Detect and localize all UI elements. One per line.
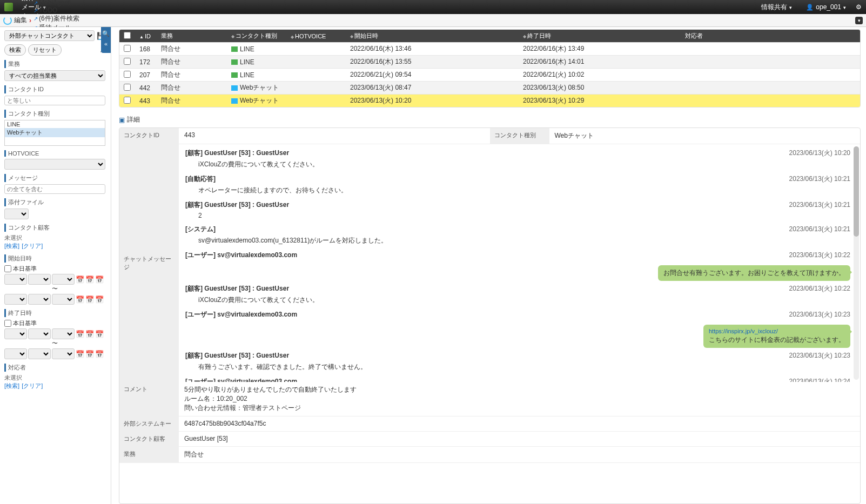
hotvoice-select[interactable]	[4, 159, 105, 170]
section-hotvoice: HOTVOICE	[4, 150, 105, 157]
detail-header: ▣ 詳細	[119, 115, 861, 124]
type-icon	[231, 72, 238, 78]
end-m2[interactable]	[28, 348, 51, 359]
section-start: 開始日時	[4, 254, 105, 263]
breadcrumb-item[interactable]: ↗ (6件)案件検索	[33, 14, 79, 23]
message-input[interactable]	[4, 184, 105, 194]
calendar-icon[interactable]: 📅	[76, 295, 84, 304]
filter-sidebar: 🔍« 外部チャットコンタクト 💾 検索 リセット ↗ 業務 すべての担当業務 コ…	[0, 27, 111, 504]
select-all-check[interactable]	[124, 32, 131, 39]
chat-message: [ユーザー] sv@virtualexdemo03.com2023/06/13(…	[179, 308, 860, 322]
calendar-icon[interactable]: 📅	[95, 295, 104, 304]
calendar-icon[interactable]: 📅	[85, 275, 94, 284]
breadcrumb-edit[interactable]: 編集	[14, 16, 27, 25]
type-icon	[231, 46, 238, 52]
section-contact-cust: コンタクト顧客	[4, 224, 105, 232]
scrollbar-thumb[interactable]	[854, 146, 859, 237]
start-m1[interactable]	[28, 274, 51, 285]
table-row[interactable]: 172問合せLINE2022/06/16(木) 13:552022/06/16(…	[119, 56, 860, 69]
breadcrumb-item[interactable]: ↗ TODO	[33, 6, 79, 14]
section-end: 終了日時	[4, 309, 105, 317]
calendar-icon[interactable]: 📅	[95, 330, 104, 338]
search-icon: 🔍	[102, 30, 110, 37]
chat-message: [顧客] GuestUser [53] : GuestUser2023/06/1…	[179, 282, 860, 308]
logo-icon	[4, 3, 13, 11]
type-icon	[231, 98, 238, 104]
popout-icon: ↗	[33, 16, 38, 22]
chat-bubble: お問合せ有難うございます。お困りごとを教えて頂けますか。	[179, 263, 860, 282]
start-today-check[interactable]	[4, 265, 11, 272]
search-button[interactable]: 検索	[4, 44, 26, 56]
cust-clear-link[interactable]: [クリア]	[22, 243, 43, 249]
calendar-icon[interactable]: 📅	[95, 275, 104, 284]
user-menu[interactable]: ope_001	[802, 3, 850, 11]
contact-id-input[interactable]	[4, 96, 105, 105]
collapse-icon: «	[104, 41, 108, 47]
start-d1[interactable]	[52, 274, 75, 285]
reset-button[interactable]: リセット	[28, 44, 62, 56]
section-handler: 対応者	[4, 364, 105, 372]
row-check[interactable]	[124, 84, 131, 91]
chat-label: チャットメッセージ	[119, 144, 179, 382]
sidebar-handle[interactable]: 🔍«	[101, 27, 111, 53]
start-d2[interactable]	[52, 294, 75, 305]
top-menu-bar: コンタクト登録顧客案件メールタスク業務サポートマスター管理 情報共有 ope_0…	[0, 0, 866, 14]
calendar-icon[interactable]: 📅	[76, 350, 84, 358]
breadcrumb-item[interactable]: ↗ MobiAgent	[33, 0, 79, 6]
section-attach: 添付ファイル	[4, 198, 105, 206]
end-m1[interactable]	[28, 328, 51, 339]
contact-source-select[interactable]: 外部チャットコンタクト	[4, 30, 95, 41]
contact-table: ID 業務 コンタクト種別 HOTVOICE 開始日時 終了日時 対応者 168…	[119, 30, 860, 107]
row-check[interactable]	[124, 45, 131, 52]
gyomu-select[interactable]: すべての担当業務	[4, 70, 105, 81]
calendar-icon[interactable]: 📅	[85, 330, 94, 338]
comment-value: 5分間やり取りがありませんでしたので自動終了いたしますルーム名：10:20_00…	[179, 382, 860, 416]
attach-select[interactable]	[4, 209, 29, 219]
breadcrumb: 編集 › ↗ MobiAgent ↗ TODO ↗ (6件)案件検索 ↗ 受待メ…	[0, 14, 866, 27]
chat-body[interactable]: [顧客] GuestUser [53] : GuestUser2023/06/1…	[179, 144, 860, 382]
chat-message: [自動応答]2023/06/13(火) 10:21オペレーターに接続しますので、…	[179, 172, 860, 198]
chat-message: [ユーザー] sv@virtualexdemo03.com2023/06/13(…	[179, 375, 860, 382]
calendar-icon[interactable]: 📅	[85, 295, 94, 304]
handler-search-link[interactable]: [検索]	[4, 382, 19, 389]
breadcrumb-toggle-icon[interactable]: ▾	[855, 17, 863, 24]
section-message: メッセージ	[4, 174, 105, 182]
table-row[interactable]: 168問合せLINE2022/06/16(木) 13:462022/06/16(…	[119, 43, 860, 56]
cust-search-link[interactable]: [検索]	[4, 243, 19, 249]
end-y2[interactable]	[4, 348, 27, 359]
start-y1[interactable]	[4, 274, 27, 285]
cust-unselected: 未選択	[4, 234, 105, 242]
detail-icon: ▣	[119, 116, 125, 124]
chat-message: [顧客] GuestUser [53] : GuestUser2023/06/1…	[179, 349, 860, 375]
handler-clear-link[interactable]: [クリア]	[22, 382, 43, 389]
detail-panel: コンタクトID443 コンタクト種別Webチャット チャットメッセージ [顧客]…	[119, 127, 861, 504]
table-row[interactable]: 442問合せWebチャット2023/06/13(火) 08:472023/06/…	[119, 82, 860, 95]
type-icon	[231, 85, 238, 91]
chat-message: [システム]2023/06/13(火) 10:21sv@virtualexdem…	[179, 223, 860, 248]
end-y1[interactable]	[4, 328, 27, 339]
table-row[interactable]: 443問合せWebチャット2023/06/13(火) 10:202023/06/…	[119, 95, 860, 107]
end-d2[interactable]	[52, 348, 75, 359]
row-check[interactable]	[124, 97, 131, 104]
chat-message: [顧客] GuestUser [53] : GuestUser2023/06/1…	[179, 198, 860, 223]
calendar-icon[interactable]: 📅	[95, 350, 104, 358]
type-icon	[231, 59, 238, 65]
end-d1[interactable]	[52, 328, 75, 339]
gear-icon[interactable]: ⚙	[856, 3, 862, 11]
row-check[interactable]	[124, 71, 131, 78]
handler-unselected: 未選択	[4, 374, 105, 382]
contact-type-list[interactable]: LINE Webチャット	[4, 120, 105, 146]
calendar-icon[interactable]: 📅	[76, 330, 84, 338]
calendar-icon[interactable]: 📅	[85, 350, 94, 358]
section-contact-id: コンタクトID	[4, 85, 105, 93]
table-row[interactable]: 207問合せLINE2022/06/21(火) 09:542022/06/21(…	[119, 69, 860, 82]
info-share-menu[interactable]: 情報共有	[757, 3, 796, 12]
popout-icon: ↗	[33, 8, 38, 14]
start-y2[interactable]	[4, 294, 27, 305]
row-check[interactable]	[124, 58, 131, 65]
end-today-check[interactable]	[4, 320, 11, 327]
section-contact-type: コンタクト種別	[4, 110, 105, 118]
chat-link[interactable]: https://inspirx.jp/v_ixclouz/	[709, 328, 845, 334]
start-m2[interactable]	[28, 294, 51, 305]
calendar-icon[interactable]: 📅	[76, 275, 84, 284]
